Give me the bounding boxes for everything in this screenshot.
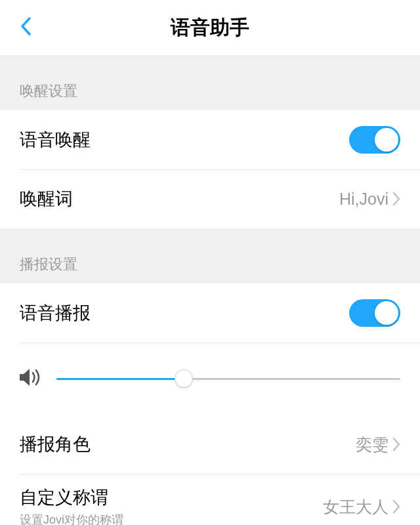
- voice-broadcast-label: 语音播报: [20, 301, 349, 325]
- volume-row: [0, 343, 420, 415]
- section-header-wake: 唤醒设置: [0, 55, 420, 110]
- back-button[interactable]: [14, 11, 37, 44]
- chevron-right-icon: [392, 192, 400, 206]
- broadcast-role-value: 奕雯: [356, 434, 388, 455]
- slider-track: [56, 378, 400, 380]
- wake-settings-group: 语音唤醒 唤醒词 Hi,Jovi: [0, 110, 420, 228]
- voice-broadcast-row[interactable]: 语音播报: [0, 284, 420, 343]
- broadcast-role-row[interactable]: 播报角色 奕雯: [0, 415, 420, 474]
- slider-thumb[interactable]: [175, 369, 193, 388]
- broadcast-settings-group: 语音播报 播报角色 奕雯 自定义称谓 设置Jovi对你的称: [0, 284, 420, 525]
- custom-alias-label: 自定义称谓: [20, 486, 323, 509]
- wake-word-row[interactable]: 唤醒词 Hi,Jovi: [0, 169, 420, 228]
- page-title: 语音助手: [0, 14, 420, 41]
- custom-alias-value: 女王大人: [323, 496, 388, 518]
- slider-fill: [56, 378, 184, 380]
- wake-word-label: 唤醒词: [20, 187, 339, 211]
- speaker-icon: [18, 367, 42, 390]
- custom-alias-row[interactable]: 自定义称谓 设置Jovi对你的称谓 女王大人: [0, 474, 420, 525]
- voice-broadcast-toggle[interactable]: [349, 299, 400, 327]
- header: 语音助手: [0, 0, 420, 55]
- voice-wake-toggle[interactable]: [349, 126, 400, 154]
- chevron-right-icon: [392, 437, 400, 452]
- toggle-knob: [375, 301, 398, 325]
- voice-wake-label: 语音唤醒: [20, 128, 349, 152]
- wake-word-value: Hi,Jovi: [339, 190, 388, 209]
- volume-slider[interactable]: [56, 366, 400, 392]
- section-header-broadcast: 播报设置: [0, 228, 420, 284]
- voice-wake-row[interactable]: 语音唤醒: [0, 110, 420, 169]
- chevron-left-icon: [20, 16, 32, 36]
- chevron-right-icon: [392, 499, 400, 514]
- custom-alias-sublabel: 设置Jovi对你的称谓: [20, 512, 323, 525]
- custom-alias-text: 自定义称谓 设置Jovi对你的称谓: [20, 474, 323, 525]
- toggle-knob: [375, 128, 398, 152]
- broadcast-role-label: 播报角色: [20, 432, 356, 456]
